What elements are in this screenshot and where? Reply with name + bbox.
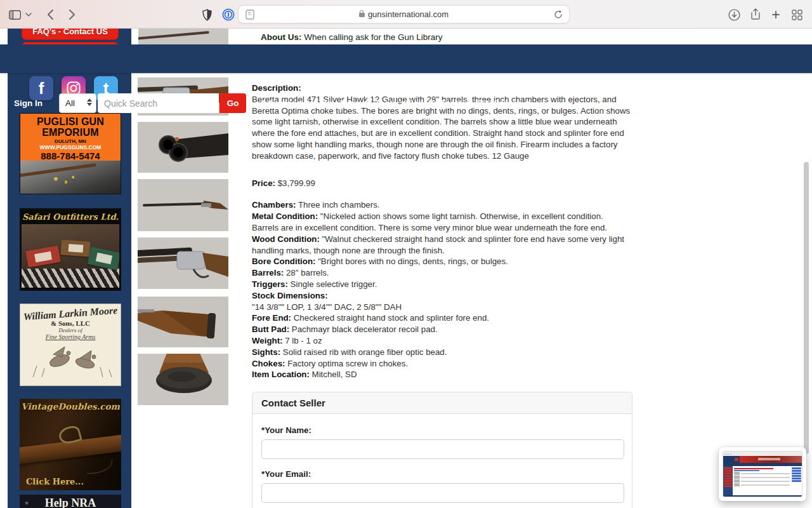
ad-help-nra[interactable]: ★ Help NRA [20,495,121,508]
spec-value: "Bright bores with no dings, dents, ring… [315,257,508,266]
nav-advanced-search[interactable]: Advanced Search [261,98,332,108]
gun-cases-image [22,224,119,288]
mini-banner-ad [740,456,802,463]
mini-masthead [723,456,802,463]
mini-logo [723,456,740,463]
photo-full-gun-side[interactable] [138,179,228,231]
ad-vintagedoubles[interactable]: VintageDoubles.com Click Here... [20,399,121,490]
spec-value: 7 lb - 1 oz [283,336,322,345]
photo-thumbnail-partial[interactable] [138,28,228,44]
go-button[interactable]: Go [219,93,246,113]
home-icon [797,98,806,107]
specs-list: Chambers: Three inch chambers.Metal Cond… [252,199,631,380]
lock-icon [359,13,365,18]
share-icon[interactable] [749,8,763,22]
about-us-label: About Us: [261,32,302,42]
your-email-label: *Your Email: [261,469,623,479]
spec-line: Fore End: Checkered straight hand stock … [252,312,631,324]
privacy-shield-icon[interactable] [200,8,214,22]
sign-in-link[interactable]: Sign In [14,98,43,108]
main-navbar: Sign In All Go Advanced Search Buyer's T… [0,44,812,73]
caret-down-icon [400,102,405,105]
contact-seller-panel: Contact Seller *Your Name: *Your Email: … [252,392,632,508]
nav-sellers-tools[interactable]: Seller's Tools [408,98,471,108]
description-label: Description: [252,83,301,93]
browser-toolbar: gunsinternational.com + [0,0,812,29]
address-bar[interactable]: gunsinternational.com [238,5,570,23]
reload-icon[interactable] [554,10,563,22]
spec-value: 28" barrels. [284,268,329,277]
spec-label: Item Location: [252,370,310,379]
spec-label: Fore End: [252,313,291,323]
spec-line: Stock Dimensions: [252,290,631,302]
click-here-link[interactable]: Click Here... [26,477,84,486]
spec-label: Wood Condition: [252,234,320,244]
facebook-icon[interactable]: f [29,76,53,100]
mini-webpage [723,451,802,497]
reader-icon[interactable] [246,10,254,22]
category-value: All [65,98,75,108]
forward-icon[interactable] [65,8,79,22]
spec-line: Wood Condition: "Walnut checkered straig… [252,234,631,257]
photo-butt-pad[interactable] [138,354,228,405]
about-us-line: About Us: When calling ask for the Gun L… [261,32,443,42]
spec-label: Chokes: [252,359,285,368]
back-icon[interactable] [43,8,57,22]
page-preview-thumbnail[interactable] [719,447,806,501]
mini-browser-chrome [723,451,802,456]
mini-footer [723,495,802,497]
caret-down-icon [525,102,530,105]
spec-label: Triggers: [252,279,288,289]
your-email-input[interactable] [261,483,624,503]
your-name-label: *Your Name: [261,425,623,435]
ad-william-larkin-moore[interactable]: William Larkin Moore & Sons, LLC Dealers… [20,304,121,386]
page-scrollbar[interactable] [804,162,809,454]
downloads-icon[interactable] [727,8,741,22]
spec-line: Butt Pad: Pachmayr black decelerator rec… [252,324,631,335]
about-us-text: When calling ask for the Gun Library [302,32,443,42]
spec-label: Weight: [252,336,283,345]
ad-puglisi-gun-emporium[interactable]: PUGLISI GUN EMPORIUM DULUTH, MN WWW.PUGS… [20,113,121,194]
mini-content [733,466,791,495]
spec-line: Sights: Solid raised rib with orange fib… [252,347,631,358]
spec-value: Solid raised rib with orange fiber optic… [280,347,447,357]
spec-value: Pachmayr black decelerator recoil pad. [289,324,438,334]
ad-safari-outfitters[interactable]: Safari Outfitters Ltd. [20,208,121,291]
spec-line: Barrels: 28" barrels. [252,267,631,279]
spec-label: Chambers: [252,200,296,210]
description-block: Description: Beretta model 471 Silver Ha… [252,83,631,162]
category-select[interactable]: All [59,93,96,113]
spec-label: Butt Pad: [252,324,289,334]
spec-value: "14 3/8"" LOP, 1 3/4"" DAC, 2 5/8"" DAH [252,302,402,312]
spec-line: Bore Condition: "Bright bores with no di… [252,256,631,267]
spec-line: Item Location: Mitchell, SD [252,369,631,380]
spec-label: Stock Dimensions: [252,291,328,300]
price-label: Price: [252,178,275,188]
url-text[interactable]: gunsinternational.com [368,10,449,19]
spec-value: Three inch chambers. [296,200,379,210]
new-tab-icon[interactable]: + [769,8,783,22]
tab-overview-icon[interactable] [790,8,804,22]
engraved-gun-image [20,161,121,194]
nav-ffl-search[interactable]: FFL Search [476,98,530,108]
quick-search-input[interactable] [98,93,219,113]
photo-muzzle-bores[interactable] [138,122,228,173]
engraving-swirl [87,460,112,474]
spec-line: Chambers: Three inch chambers. [252,199,631,211]
your-name-input[interactable] [261,439,624,459]
password-manager-icon[interactable] [221,8,235,22]
nav-home[interactable]: Home [768,98,806,108]
price-value: $3,799.99 [275,178,315,188]
spec-line: Chokes: Factory optima screw in chokes. [252,358,631,370]
spec-label: Metal Condition: [252,211,318,221]
spec-value: Single selective trigger. [288,279,377,289]
sidebar-toggle-icon[interactable] [8,8,22,22]
chevron-down-icon[interactable] [22,8,36,22]
spec-value: Factory optima screw in chokes. [285,359,408,368]
photo-stock-side[interactable] [138,297,228,347]
nav-buyers-tools[interactable]: Buyer's Tools [341,98,405,108]
spec-value: Checkered straight hand stock and splint… [291,313,489,323]
spec-line: Metal Condition: "Nickeled action shows … [252,211,631,234]
spec-line: "14 3/8"" LOP, 1 3/4"" DAC, 2 5/8"" DAH [252,302,631,313]
photo-action-trigger[interactable] [138,237,228,289]
